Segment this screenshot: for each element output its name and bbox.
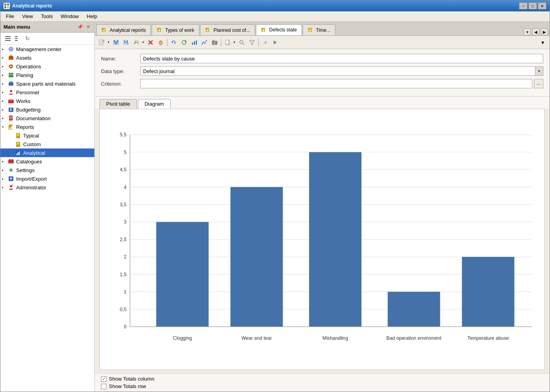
sidebar-item-analytical[interactable]: Analytical: [0, 148, 94, 157]
chart-bar-button[interactable]: [189, 38, 199, 47]
sidebar-refresh-button[interactable]: ↻: [23, 34, 32, 43]
sidebar-expand-button[interactable]: [4, 34, 12, 43]
sidebar-item-assets[interactable]: ▸Assets: [0, 53, 94, 62]
sidebar-close-icon[interactable]: ✕: [85, 24, 91, 30]
menu-file[interactable]: File: [2, 12, 18, 20]
sidebar-item-operations[interactable]: ▸Operations: [0, 62, 94, 71]
toolbar-copy-group: ▾: [223, 38, 236, 47]
tab-nav-dropdown[interactable]: ▾: [524, 28, 531, 35]
tab-nav-prev[interactable]: ◀: [532, 28, 539, 35]
toolbar-overflow-button[interactable]: ▾: [538, 38, 547, 47]
svg-marker-117: [250, 40, 254, 45]
tab-planned-cost[interactable]: Planned cost of...: [200, 24, 255, 35]
tree-arrow-reports: ▾: [2, 125, 7, 129]
tree-icon-settings: [7, 167, 15, 174]
sub-tab-pivot-table[interactable]: Pivot table: [99, 99, 137, 109]
sidebar-item-budgetting[interactable]: ▸$Budgetting: [0, 105, 94, 114]
refresh-button[interactable]: [179, 38, 189, 47]
attach-button[interactable]: [156, 38, 166, 47]
tree-label-typical: Typical: [23, 133, 39, 139]
menu-bar: File View Tools Window Help: [0, 11, 550, 22]
menu-window[interactable]: Window: [57, 12, 83, 20]
sidebar-pin-icon[interactable]: 📌: [77, 24, 83, 30]
back-button[interactable]: [260, 38, 270, 47]
chart-line-button[interactable]: [200, 38, 209, 47]
svg-text:4,5: 4,5: [120, 167, 127, 172]
sidebar-item-reports[interactable]: ▾Reports: [0, 123, 94, 131]
show-totals-row-checkbox[interactable]: [101, 384, 107, 389]
svg-point-112: [214, 42, 215, 43]
copy-dropdown-arrow[interactable]: ▾: [232, 38, 236, 47]
tab-defects-state[interactable]: Defects state: [256, 24, 302, 35]
criterion-more-button[interactable]: ···: [534, 79, 543, 88]
sidebar-item-management-center[interactable]: ▸Management center: [0, 45, 94, 53]
svg-rect-39: [11, 126, 11, 129]
tab-time[interactable]: Time...: [303, 24, 335, 35]
close-button[interactable]: ✕: [538, 2, 546, 9]
tab-types-of-work[interactable]: Types of work: [152, 24, 199, 35]
show-totals-row-label: Show Totals row: [109, 383, 146, 389]
sidebar-item-personnel[interactable]: ▸Personnel: [0, 88, 94, 97]
menu-view[interactable]: View: [18, 12, 37, 20]
criterion-input[interactable]: [140, 79, 532, 88]
svg-rect-2: [4, 6, 6, 8]
tree-icon-assets: [7, 54, 15, 61]
show-totals-column-row[interactable]: ✓ Show Totals column: [101, 376, 543, 382]
name-input[interactable]: [140, 54, 543, 63]
sidebar-collapse-button[interactable]: [13, 34, 22, 43]
sidebar-item-planing[interactable]: ▸Planing: [0, 71, 94, 79]
undo-button[interactable]: [169, 38, 178, 47]
tree-arrow-documentation: ▸: [2, 116, 7, 120]
svg-rect-75: [308, 28, 312, 32]
tab-nav-next[interactable]: ▶: [541, 28, 548, 35]
new-dropdown-arrow[interactable]: ▾: [107, 38, 110, 47]
window-title: Analytical reports: [12, 3, 52, 9]
tabs-container: Analytical reportsTypes of workPlanned c…: [96, 24, 336, 35]
svg-rect-17: [10, 55, 12, 57]
data-type-select[interactable]: Defect journal ▾: [140, 66, 543, 76]
sidebar-item-documentation[interactable]: ▸Documentation: [0, 114, 94, 123]
svg-rect-7: [15, 36, 18, 37]
tree-label-administrator: Administrator: [16, 185, 46, 191]
save-as-button[interactable]: +: [121, 38, 131, 47]
sidebar-item-typical[interactable]: Typical: [0, 131, 94, 140]
svg-rect-0: [4, 4, 6, 5]
maximize-button[interactable]: □: [528, 2, 537, 9]
new-button[interactable]: [97, 38, 107, 47]
menu-help[interactable]: Help: [83, 12, 101, 20]
sidebar-item-settings[interactable]: ▸Settings: [0, 166, 94, 174]
search-button[interactable]: [237, 38, 246, 47]
sidebar-item-import-export[interactable]: ▸Import/Export: [0, 174, 94, 183]
svg-rect-50: [17, 154, 17, 155]
bar-chart: 5,5 5 4,5 4 3,5 3 2,5 2 1,5 1 0,5 0: [104, 113, 541, 366]
minimize-button[interactable]: ─: [519, 2, 528, 9]
tree-label-import-export: Import/Export: [16, 176, 47, 182]
tab-analytical-reports[interactable]: Analytical reports: [96, 24, 151, 35]
print-button[interactable]: [132, 38, 141, 47]
show-totals-row-row[interactable]: Show Totals row: [101, 383, 543, 389]
save-button[interactable]: [111, 38, 121, 47]
sub-tab-bar: Pivot tableDiagram: [95, 97, 550, 109]
tab-bar: Analytical reportsTypes of workPlanned c…: [95, 22, 550, 36]
sidebar-item-administrator[interactable]: ▸!Administrator: [0, 183, 94, 192]
tree-icon-analytical: [15, 149, 22, 156]
show-totals-column-checkbox[interactable]: ✓: [101, 376, 107, 382]
sidebar-item-works[interactable]: ▸Works: [0, 97, 94, 105]
menu-tools[interactable]: Tools: [37, 12, 57, 20]
copy-button[interactable]: [223, 38, 232, 47]
svg-text:0,5: 0,5: [120, 307, 127, 312]
print-dropdown-arrow[interactable]: ▾: [141, 38, 145, 47]
forward-button[interactable]: [270, 38, 280, 47]
svg-point-105: [202, 43, 203, 44]
filter-button[interactable]: [247, 38, 257, 47]
toolbar-separator-3: [258, 38, 259, 46]
delete-button[interactable]: [146, 38, 155, 47]
data-type-arrow[interactable]: ▾: [535, 67, 543, 75]
sub-tab-diagram[interactable]: Diagram: [138, 99, 171, 109]
sidebar-item-custom[interactable]: Custom: [0, 140, 94, 148]
svg-text:4: 4: [124, 185, 127, 190]
camera-button[interactable]: [210, 38, 219, 47]
name-label: Name:: [101, 56, 140, 62]
sidebar-item-space-parts[interactable]: ▸Space parts and materials: [0, 79, 94, 88]
sidebar-item-catalogues[interactable]: ▸Catalogues: [0, 157, 94, 166]
